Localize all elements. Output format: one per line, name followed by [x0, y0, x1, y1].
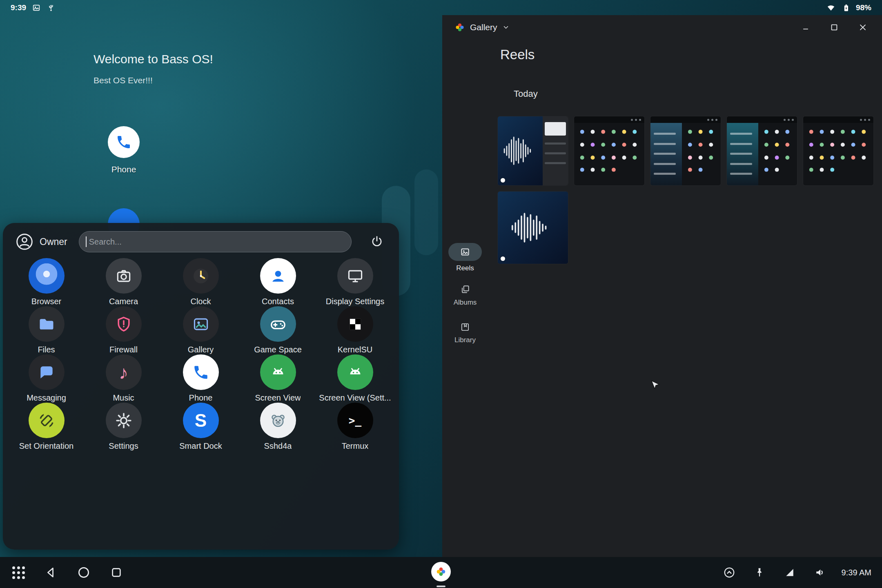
clock-icon [183, 258, 219, 294]
screen: 9:39 [0, 0, 882, 588]
gallery-thumbnail[interactable] [574, 116, 645, 186]
pin-icon [754, 567, 765, 578]
search-input[interactable] [79, 231, 352, 252]
network-button[interactable] [781, 564, 798, 581]
page-title: Reels [500, 47, 535, 62]
app-drawer-button[interactable] [10, 564, 27, 581]
section-label: Today [514, 89, 538, 99]
app-label: Smart Dock [179, 441, 222, 451]
speaker-icon [814, 566, 826, 579]
launcher-app-game-space[interactable]: Game Space [239, 306, 316, 354]
screenshot-notification-icon [32, 3, 41, 12]
display-settings-icon [337, 258, 373, 294]
battery-percent: 98% [856, 3, 871, 12]
text-caret [86, 236, 87, 247]
launcher-app-termux[interactable]: >_ Termux [316, 403, 394, 451]
library-icon [460, 322, 470, 332]
launcher-app-screen-view-settings[interactable]: Screen View (Sett... [316, 354, 394, 403]
recents-square-icon [110, 566, 123, 579]
home-button[interactable] [75, 564, 92, 581]
app-label: Display Settings [326, 297, 384, 306]
app-label: KernelSU [338, 345, 373, 354]
apps-grid-icon [12, 566, 25, 579]
app-label: Contacts [262, 297, 294, 306]
power-button[interactable] [367, 232, 387, 252]
welcome-title: Welcome to Bass OS! [94, 52, 213, 66]
app-label: Gallery [188, 345, 214, 354]
contacts-icon [260, 258, 296, 294]
gallery-sidebar: Reels Albums Library [442, 15, 488, 557]
app-label: Screen View [255, 393, 301, 403]
launcher-app-smart-dock[interactable]: S Smart Dock [162, 403, 239, 451]
battery-status-icon [841, 3, 850, 12]
albums-icon [460, 284, 470, 295]
close-button[interactable] [858, 22, 868, 33]
app-label: Phone [189, 393, 213, 403]
launcher-app-gallery[interactable]: Gallery [162, 306, 239, 354]
launcher-app-sshd4a[interactable]: Sshd4a [239, 403, 316, 451]
running-app-indicator [437, 586, 445, 587]
launcher-app-music[interactable]: ♪ Music [85, 354, 162, 403]
launcher-app-camera[interactable]: Camera [85, 258, 162, 306]
app-label: Music [113, 393, 134, 403]
wifi-status-icon [826, 3, 835, 12]
gallery-thumbnail[interactable] [650, 116, 721, 186]
nav-albums[interactable]: Albums [442, 284, 488, 307]
launcher-app-firewall[interactable]: Firewall [85, 306, 162, 354]
taskbar-clock[interactable]: 9:39 AM [842, 568, 871, 577]
screen-view-icon [260, 354, 296, 390]
owner-label: Owner [40, 236, 67, 247]
launcher-app-clock[interactable]: Clock [162, 258, 239, 306]
launcher-app-screen-view[interactable]: Screen View [239, 354, 316, 403]
arrow-up-circle-icon [723, 566, 735, 579]
launcher-app-set-orientation[interactable]: Set Orientation [8, 403, 85, 451]
smart-dock-icon: S [183, 403, 219, 438]
settings-gear-icon [106, 403, 142, 438]
gallery-pinwheel-icon [435, 566, 447, 577]
game-space-icon [260, 306, 296, 342]
taskbar-gallery-app[interactable] [431, 562, 451, 581]
launcher-app-phone[interactable]: Phone [162, 354, 239, 403]
screen-view-settings-icon [337, 354, 373, 390]
signal-triangle-icon [784, 567, 795, 578]
search-wrap [79, 231, 352, 252]
app-label: Termux [342, 441, 369, 451]
launcher-app-display-settings[interactable]: Display Settings [316, 258, 394, 306]
gallery-titlebar: Gallery [442, 15, 882, 40]
app-label: Camera [109, 297, 138, 306]
volume-button[interactable] [811, 564, 829, 581]
launcher-app-messaging[interactable]: Messaging [8, 354, 85, 403]
gallery-thumbnail[interactable] [726, 116, 797, 186]
app-label: Messaging [27, 393, 66, 403]
launcher-app-kernelsu[interactable]: KernelSU [316, 306, 394, 354]
gallery-icon [183, 306, 219, 342]
pin-button[interactable] [751, 564, 768, 581]
gallery-thumbnail[interactable] [497, 116, 568, 186]
expand-tray-button[interactable] [721, 564, 738, 581]
back-button[interactable] [42, 564, 60, 581]
nav-library[interactable]: Library [442, 321, 488, 344]
gallery-thumbnail[interactable] [497, 191, 568, 264]
music-icon: ♪ [106, 354, 142, 390]
back-triangle-icon [44, 566, 58, 579]
phone-icon [108, 126, 140, 158]
desktop-icon-phone[interactable]: Phone [91, 126, 156, 174]
app-label: Game Space [254, 345, 302, 354]
launcher-app-browser[interactable]: Browser [8, 258, 85, 306]
browser-icon [29, 258, 65, 294]
launcher-app-settings[interactable]: Settings [85, 403, 162, 451]
maximize-button[interactable] [829, 22, 840, 33]
nav-reels[interactable]: Reels [442, 243, 488, 272]
launcher-app-grid: Browser Camera [8, 258, 394, 451]
firewall-icon [106, 306, 142, 342]
nav-label: Library [442, 336, 488, 344]
mouse-cursor [650, 380, 662, 391]
launcher-app-contacts[interactable]: Contacts [239, 258, 316, 306]
minimize-button[interactable] [800, 22, 811, 33]
status-bar: 9:39 [0, 0, 882, 15]
owner-avatar[interactable] [15, 232, 34, 251]
recents-button[interactable] [108, 564, 125, 581]
usb-notification-icon [47, 3, 56, 12]
gallery-thumbnail[interactable] [803, 116, 874, 186]
launcher-app-files[interactable]: Files [8, 306, 85, 354]
